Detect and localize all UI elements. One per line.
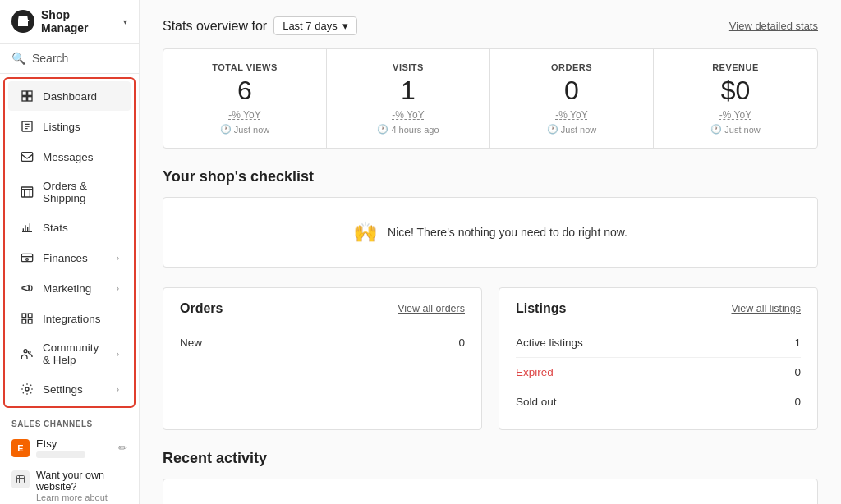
svg-rect-7 (21, 187, 32, 197)
orders-new-label: New (180, 337, 202, 349)
integrations-icon (20, 311, 34, 326)
search-icon: 🔍 (11, 52, 25, 65)
two-col-section: Orders View all orders New 0 Listings Vi… (163, 287, 818, 430)
orders-panel: Orders View all orders New 0 (163, 287, 482, 430)
clock-icon: 🕐 (710, 124, 722, 135)
sidebar-item-label: Listings (43, 121, 80, 133)
checklist-empty: 🙌 Nice! There's nothing you need to do r… (163, 197, 818, 268)
sales-channels-label: SALES CHANNELS (0, 411, 139, 432)
sidebar-item-label: Community & Help (43, 341, 108, 366)
expired-listings-row: Expired 0 (516, 357, 801, 387)
community-chevron-icon: › (117, 350, 119, 359)
sidebar-item-label: Dashboard (43, 90, 97, 103)
orders-panel-title: Orders (180, 301, 223, 316)
sidebar-item-integrations[interactable]: Integrations (8, 304, 131, 333)
hands-icon: 🙌 (353, 221, 378, 244)
checklist-title: Your shop's checklist (163, 168, 818, 186)
sidebar-item-label: Orders & Shipping (43, 180, 119, 204)
active-listings-row: Active listings 1 (516, 328, 801, 357)
settings-chevron-icon: › (117, 385, 119, 394)
marketing-chevron-icon: › (117, 284, 119, 293)
messages-icon (20, 149, 34, 164)
listings-icon (20, 119, 34, 134)
svg-rect-11 (28, 314, 32, 318)
soldout-listings-row: Sold out 0 (516, 387, 801, 416)
stats-period-selector[interactable]: Last 7 days ▾ (273, 16, 357, 35)
recent-activity-section: Recent activity You have no recent activ… (163, 450, 818, 504)
orders-time: 🕐 Just now (507, 124, 636, 135)
stats-icon (20, 220, 34, 235)
svg-rect-0 (21, 23, 25, 26)
orders-card: ORDERS 0 -% YoY 🕐 Just now (490, 49, 654, 148)
checklist-empty-message: Nice! There's nothing you need to do rig… (388, 226, 627, 239)
community-icon (20, 346, 34, 361)
stats-title: Stats overview for Last 7 days ▾ (163, 16, 357, 35)
sidebar-item-label: Settings (43, 383, 83, 396)
active-listings-value: 1 (794, 337, 801, 349)
svg-rect-17 (17, 476, 25, 483)
search-label: Search (32, 52, 68, 65)
orders-label: ORDERS (507, 62, 636, 72)
pattern-label: Want your own website? (36, 470, 127, 493)
orders-panel-header: Orders View all orders (180, 301, 465, 316)
edit-icon[interactable]: ✏ (118, 442, 127, 454)
clock-icon: 🕐 (220, 124, 232, 135)
revenue-label: REVENUE (670, 62, 801, 72)
orders-new-value: 0 (458, 337, 465, 349)
period-label: Last 7 days (283, 20, 338, 32)
sidebar-item-orders-shipping[interactable]: Orders & Shipping (8, 172, 131, 212)
sidebar-item-dashboard[interactable]: Dashboard (8, 81, 131, 111)
shop-manager-title: Shop Manager (41, 8, 117, 34)
total-views-label: TOTAL VIEWS (180, 62, 310, 72)
sidebar-item-messages[interactable]: Messages (8, 142, 131, 172)
orders-icon (20, 185, 34, 199)
sidebar-item-stats[interactable]: Stats (8, 213, 131, 242)
etsy-channel[interactable]: E Etsy ✏ (0, 432, 139, 464)
search-item[interactable]: 🔍 Search (0, 44, 139, 74)
visits-card: VISITS 1 -% YoY 🕐 4 hours ago (327, 49, 490, 148)
soldout-listings-label: Sold out (516, 396, 557, 408)
view-detailed-stats-link[interactable]: View detailed stats (729, 20, 818, 32)
soldout-listings-value: 0 (794, 396, 801, 408)
orders-new-row: New 0 (180, 328, 465, 357)
visits-label: VISITS (343, 62, 473, 72)
period-chevron-icon: ▾ (342, 20, 348, 32)
marketing-icon (20, 281, 34, 296)
listings-panel: Listings View all listings Active listin… (499, 287, 818, 430)
clock-icon: 🕐 (547, 124, 558, 135)
visits-time: 🕐 4 hours ago (343, 124, 473, 135)
view-all-orders-link[interactable]: View all orders (398, 303, 465, 314)
revenue-yoy: -% YoY (670, 109, 801, 121)
pattern-channel[interactable]: Want your own website? Learn more about … (0, 464, 139, 504)
active-listings-label: Active listings (516, 337, 583, 349)
sidebar-item-marketing[interactable]: Marketing › (8, 273, 131, 303)
expired-listings-value: 0 (794, 366, 801, 378)
pattern-sub: Learn more about Pattern (36, 493, 127, 504)
sidebar: Shop Manager ▾ 🔍 Search Dashboard Listin… (0, 0, 140, 504)
etsy-channel-name: Etsy (36, 438, 112, 450)
svg-rect-12 (22, 319, 26, 323)
svg-rect-3 (22, 97, 26, 101)
svg-rect-10 (22, 314, 26, 318)
visits-yoy: -% YoY (343, 109, 473, 121)
sidebar-item-finances[interactable]: Finances › (8, 243, 131, 273)
listings-panel-header: Listings View all listings (516, 301, 801, 316)
svg-rect-13 (28, 319, 32, 323)
revenue-value: $0 (670, 76, 801, 106)
clock-icon: 🕐 (377, 124, 388, 135)
total-views-value: 6 (180, 76, 310, 106)
visits-value: 1 (343, 76, 473, 106)
sidebar-item-community-help[interactable]: Community & Help › (8, 334, 131, 373)
etsy-badge-icon: E (11, 439, 30, 457)
finances-chevron-icon: › (117, 254, 119, 263)
sidebar-item-label: Integrations (43, 313, 101, 325)
checklist-section: Your shop's checklist 🙌 Nice! There's no… (163, 168, 818, 268)
total-views-card: TOTAL VIEWS 6 -% YoY 🕐 Just now (163, 49, 327, 148)
shop-manager-header[interactable]: Shop Manager ▾ (0, 0, 139, 44)
sidebar-item-settings[interactable]: Settings › (8, 374, 131, 404)
view-all-listings-link[interactable]: View all listings (731, 303, 801, 314)
etsy-channel-sub (36, 451, 85, 458)
sidebar-item-listings[interactable]: Listings (8, 112, 131, 141)
main-content: Stats overview for Last 7 days ▾ View de… (140, 0, 841, 504)
finances-icon (20, 250, 34, 265)
